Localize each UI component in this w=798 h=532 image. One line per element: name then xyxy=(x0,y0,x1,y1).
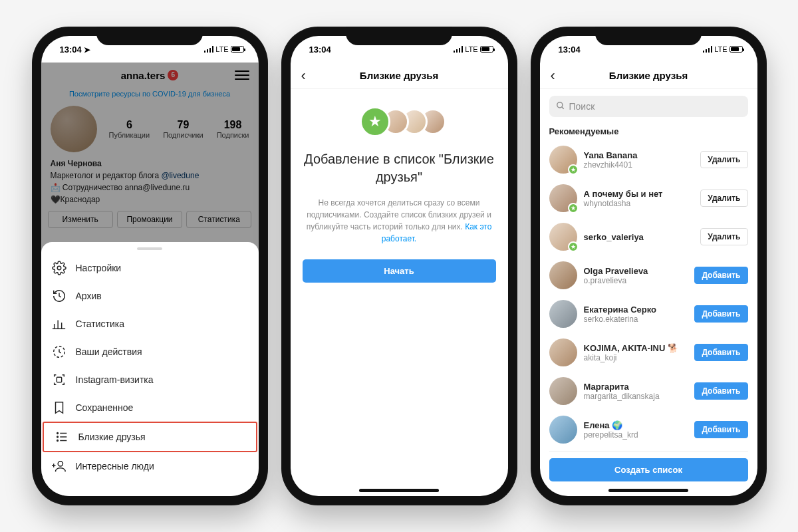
remove-button[interactable]: Удалить xyxy=(700,151,747,168)
user-row: Екатерина Серкоserko.ekaterinaДобавить xyxy=(549,295,748,333)
user-row: Маргаритаmargarita_dikanskajaДобавить xyxy=(549,372,748,410)
signal-icon xyxy=(454,46,464,53)
menu-label: Близкие друзья xyxy=(78,432,146,442)
close-friend-badge-icon: ★ xyxy=(568,241,579,252)
user-name[interactable]: Маргарита xyxy=(584,382,688,392)
menu-label: Статистика xyxy=(76,319,125,329)
remove-button[interactable]: Удалить xyxy=(700,228,747,245)
menu-item-activity[interactable]: Ваши действия xyxy=(41,338,259,366)
close-friend-badge-icon: ★ xyxy=(568,203,579,213)
avatar[interactable] xyxy=(549,338,577,366)
user-name[interactable]: serko_valeriya xyxy=(584,232,694,242)
gear-icon xyxy=(52,261,66,275)
battery-icon xyxy=(480,46,493,53)
nav-bar: ‹ Близкие друзья xyxy=(540,63,757,89)
user-name[interactable]: KOJIMA, AKITA-INU 🐕 xyxy=(584,343,688,353)
menu-item-bookmark[interactable]: Сохраненное xyxy=(41,394,259,422)
chart-icon xyxy=(52,317,66,331)
user-row: Елена 🌍perepelitsa_krdДобавить xyxy=(549,410,748,449)
remove-button[interactable]: Удалить xyxy=(700,190,747,207)
svg-point-7 xyxy=(57,433,58,434)
signal-icon xyxy=(703,46,713,53)
create-list-button[interactable]: Создать список xyxy=(549,458,748,481)
avatar[interactable]: ★ xyxy=(549,184,577,212)
phone-close-friends-list: 13:04 LTE ‹ Близкие друзья Поиск Рекомен… xyxy=(531,27,767,505)
username: zhevzhik4401 xyxy=(584,160,694,170)
close-friend-badge-icon: ★ xyxy=(568,164,579,175)
username: o.pravelieva xyxy=(584,276,688,285)
intro-heading: Добавление в список "Близкие друзья" xyxy=(303,150,496,186)
user-name[interactable]: Yana Banana xyxy=(584,150,694,160)
battery-icon xyxy=(231,46,244,53)
search-input[interactable]: Поиск xyxy=(549,96,748,117)
user-row: ★Yana Bananazhevzhik4401Удалить xyxy=(549,140,748,179)
search-icon xyxy=(556,101,565,112)
menu-label: Интересные люди xyxy=(76,461,154,471)
svg-line-17 xyxy=(561,106,563,108)
phone-close-friends-intro: 13:04 LTE ‹ Близкие друзья ★ Добавление … xyxy=(281,27,517,505)
activity-icon xyxy=(52,344,66,359)
menu-label: Instagram-визитка xyxy=(76,374,154,385)
clock-icon xyxy=(52,289,66,303)
bookmark-icon xyxy=(52,400,66,415)
svg-rect-6 xyxy=(57,377,61,382)
user-name[interactable]: Olga Pravelieva xyxy=(584,266,688,276)
user-name[interactable]: Екатерина Серко xyxy=(584,305,688,315)
section-recommended: Рекомендуемые xyxy=(549,117,748,140)
user-row: ★serko_valeriyaУдалить xyxy=(549,217,748,256)
add-button[interactable]: Добавить xyxy=(694,305,747,323)
svg-point-16 xyxy=(557,102,562,107)
menu-label: Архив xyxy=(76,291,102,301)
username: perepelitsa_krd xyxy=(584,430,688,440)
avatar[interactable] xyxy=(549,377,577,405)
nav-title: Близкие друзья xyxy=(360,70,438,81)
nav-title: Близкие друзья xyxy=(609,70,688,81)
battery-icon xyxy=(730,46,743,53)
back-icon[interactable]: ‹ xyxy=(299,66,309,86)
avatar[interactable]: ★ xyxy=(549,223,577,251)
username: margarita_dikanskaja xyxy=(584,392,688,401)
svg-point-8 xyxy=(57,436,58,438)
star-icon: ★ xyxy=(360,106,390,137)
menu-label: Сохраненное xyxy=(76,402,134,413)
user-row: ★А почему бы и нетwhynotdashaУдалить xyxy=(549,179,748,217)
add-button[interactable]: Добавить xyxy=(694,421,747,438)
username: akita_koji xyxy=(584,353,688,362)
add-button[interactable]: Добавить xyxy=(694,382,747,400)
add-button[interactable]: Добавить xyxy=(694,267,747,284)
signal-icon xyxy=(204,46,214,53)
menu-item-list[interactable]: Близкие друзья xyxy=(43,422,257,452)
svg-point-13 xyxy=(58,462,63,466)
adduser-icon xyxy=(52,459,66,473)
home-indicator[interactable] xyxy=(359,489,439,492)
username: whynotdasha xyxy=(584,199,694,208)
location-icon: ➤ xyxy=(84,45,90,55)
user-name[interactable]: Елена 🌍 xyxy=(584,420,688,430)
user-name[interactable]: А почему бы и нет xyxy=(584,189,694,199)
back-icon[interactable]: ‹ xyxy=(548,66,558,86)
avatar[interactable] xyxy=(549,300,577,328)
menu-item-gear[interactable]: Настройки xyxy=(41,254,259,282)
add-button[interactable]: Добавить xyxy=(694,344,747,361)
avatar[interactable] xyxy=(549,416,577,444)
sheet-grip[interactable] xyxy=(137,247,162,250)
friends-avatar-row: ★ xyxy=(360,106,438,137)
start-button[interactable]: Начать xyxy=(303,259,496,283)
avatar[interactable]: ★ xyxy=(549,146,577,174)
user-row: KOJIMA, AKITA-INU 🐕akita_kojiДобавить xyxy=(549,333,748,372)
menu-item-clock[interactable]: Архив xyxy=(41,282,259,310)
menu-item-qr[interactable]: Instagram-визитка xyxy=(41,366,259,394)
list-icon xyxy=(55,430,69,444)
phone-profile-menu: 13:04 ➤ LTE anna.ters6 Посмотрите ресурс… xyxy=(32,27,268,505)
menu-item-adduser[interactable]: Интересные люди xyxy=(41,452,259,480)
home-indicator[interactable] xyxy=(608,489,688,492)
username: serko.ekaterina xyxy=(584,315,688,324)
avatar[interactable] xyxy=(549,261,577,289)
qr-icon xyxy=(52,372,66,387)
svg-point-0 xyxy=(57,266,61,270)
user-row: Olga Pravelievao.pravelievaДобавить xyxy=(549,256,748,295)
intro-description: Не всегда хочется делиться сразу со всем… xyxy=(303,197,496,245)
menu-label: Ваши действия xyxy=(76,346,142,357)
menu-item-chart[interactable]: Статистика xyxy=(41,310,259,338)
svg-point-9 xyxy=(57,440,58,442)
